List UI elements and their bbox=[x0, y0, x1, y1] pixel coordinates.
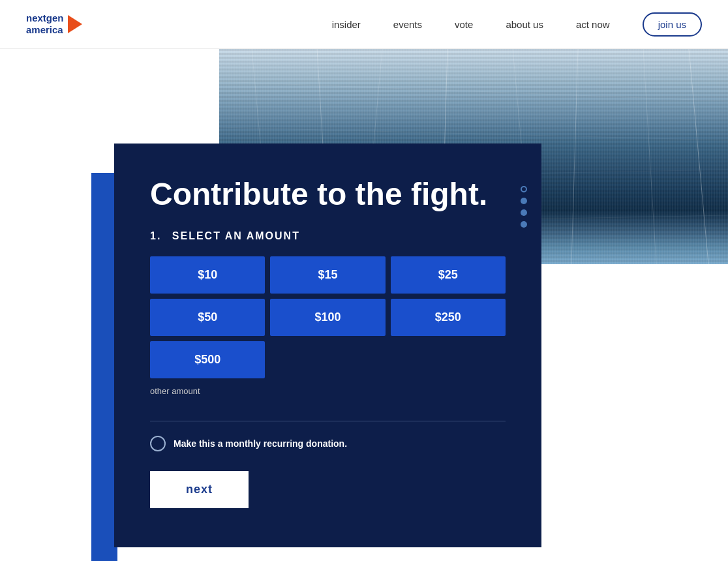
svg-line-5 bbox=[571, 49, 578, 264]
scroll-dots bbox=[521, 186, 527, 228]
svg-line-7 bbox=[689, 49, 708, 264]
join-us-button[interactable]: join us bbox=[643, 12, 702, 37]
nav-act-now[interactable]: act now bbox=[576, 19, 610, 30]
nav-about-us[interactable]: about us bbox=[506, 19, 543, 30]
scroll-dot-3[interactable] bbox=[521, 209, 527, 216]
scroll-dot-2[interactable] bbox=[521, 198, 527, 204]
amount-500-button[interactable]: $500 bbox=[150, 341, 265, 378]
logo-arrow-icon bbox=[68, 15, 82, 33]
recurring-checkbox[interactable] bbox=[150, 436, 166, 451]
amount-50-button[interactable]: $50 bbox=[150, 299, 265, 336]
logo-text: nextgen america bbox=[26, 12, 64, 36]
header: nextgen america insider events vote abou… bbox=[0, 0, 728, 49]
step-label: 1. SELECT AN AMOUNT bbox=[150, 230, 506, 242]
scroll-dot-4[interactable] bbox=[521, 221, 527, 228]
donation-form-card: Contribute to the fight. 1. SELECT AN AM… bbox=[114, 144, 541, 547]
amount-100-button[interactable]: $100 bbox=[270, 299, 385, 336]
other-amount-link[interactable]: other amount bbox=[150, 386, 200, 396]
form-title: Contribute to the fight. bbox=[150, 176, 506, 212]
recurring-row: Make this a monthly recurring donation. bbox=[150, 436, 506, 451]
recurring-label: Make this a monthly recurring donation. bbox=[174, 438, 347, 449]
amount-10-button[interactable]: $10 bbox=[150, 256, 265, 294]
logo[interactable]: nextgen america bbox=[26, 12, 82, 36]
amount-25-button[interactable]: $25 bbox=[391, 256, 506, 294]
amount-250-button[interactable]: $250 bbox=[391, 299, 506, 336]
hero-section: Contribute to the fight. 1. SELECT AN AM… bbox=[0, 49, 728, 561]
nav-vote[interactable]: vote bbox=[455, 19, 473, 30]
svg-line-9 bbox=[219, 127, 728, 140]
next-button[interactable]: next bbox=[150, 471, 249, 508]
svg-line-6 bbox=[643, 49, 656, 264]
amount-grid: $10 $15 $25 $50 $100 $250 $500 bbox=[150, 256, 506, 378]
blue-accent-bar bbox=[91, 173, 117, 561]
nav-insider[interactable]: insider bbox=[332, 19, 361, 30]
amount-15-button[interactable]: $15 bbox=[270, 256, 385, 294]
form-divider bbox=[150, 421, 506, 421]
main-nav: insider events vote about us act now joi… bbox=[332, 12, 702, 37]
svg-line-8 bbox=[219, 82, 728, 101]
scroll-dot-1[interactable] bbox=[521, 186, 527, 192]
nav-events[interactable]: events bbox=[393, 19, 422, 30]
